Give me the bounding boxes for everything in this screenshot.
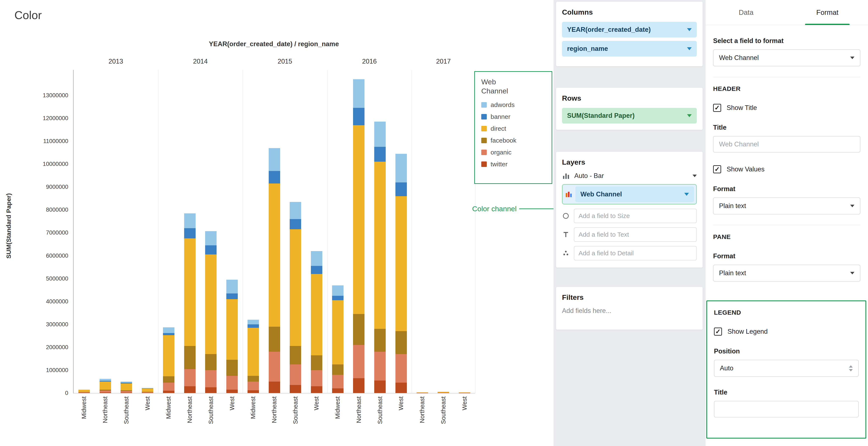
- bar-segment-twitter[interactable]: [184, 386, 195, 393]
- bar[interactable]: [353, 79, 365, 393]
- bar-segment-direct[interactable]: [311, 274, 322, 355]
- bar-segment-organic[interactable]: [269, 352, 280, 382]
- tab-data[interactable]: Data: [706, 0, 787, 25]
- legend-item-organic[interactable]: organic: [481, 149, 545, 156]
- bar-segment-twitter[interactable]: [100, 392, 111, 393]
- layer-type-row[interactable]: Auto - Bar: [562, 172, 697, 180]
- show-values-checkbox-row[interactable]: Show Values: [713, 165, 860, 173]
- header-title-input[interactable]: [713, 136, 860, 153]
- bar-segment-adwords[interactable]: [226, 280, 238, 293]
- bar-segment-banner[interactable]: [226, 293, 238, 299]
- bar-segment-banner[interactable]: [184, 228, 195, 238]
- bar-segment-twitter[interactable]: [353, 378, 365, 393]
- bar-segment-direct[interactable]: [226, 299, 238, 360]
- bar-segment-adwords[interactable]: [248, 320, 259, 324]
- bar-segment-twitter[interactable]: [290, 385, 301, 393]
- bar-segment-banner[interactable]: [374, 147, 386, 162]
- bar-segment-organic[interactable]: [396, 354, 407, 383]
- bar-segment-direct[interactable]: [396, 196, 407, 331]
- bar-segment-facebook[interactable]: [269, 327, 280, 352]
- bar-segment-banner[interactable]: [332, 296, 343, 300]
- bar-segment-adwords[interactable]: [269, 148, 280, 171]
- bar-segment-direct[interactable]: [248, 328, 259, 376]
- bar-segment-adwords[interactable]: [184, 213, 195, 228]
- bar-segment-organic[interactable]: [184, 369, 195, 386]
- bar-segment-facebook[interactable]: [396, 331, 407, 354]
- bar-segment-adwords[interactable]: [100, 379, 111, 381]
- bar-segment-direct[interactable]: [374, 162, 386, 329]
- chevron-down-icon[interactable]: [692, 174, 697, 177]
- legend-item-twitter[interactable]: twitter: [481, 161, 545, 168]
- bar[interactable]: [332, 285, 343, 393]
- legend-item-facebook[interactable]: facebook: [481, 137, 545, 144]
- bar-segment-banner[interactable]: [353, 108, 365, 125]
- bar-segment-direct[interactable]: [121, 383, 132, 390]
- show-legend-checkbox[interactable]: [714, 327, 722, 336]
- bar-segment-facebook[interactable]: [205, 354, 217, 370]
- bar[interactable]: [416, 392, 428, 393]
- bar[interactable]: [311, 251, 322, 393]
- bar-segment-adwords[interactable]: [311, 251, 322, 266]
- bar[interactable]: [374, 122, 386, 393]
- bar[interactable]: [100, 379, 111, 393]
- bar-segment-direct[interactable]: [290, 229, 301, 346]
- bar[interactable]: [79, 390, 90, 393]
- detail-field-slot[interactable]: Add a field to Detail: [574, 246, 697, 260]
- bar-segment-facebook[interactable]: [332, 364, 343, 375]
- bar-segment-banner[interactable]: [163, 333, 175, 335]
- filters-drop-zone[interactable]: Add fields here...: [562, 307, 697, 315]
- bar-segment-direct[interactable]: [269, 184, 280, 326]
- bar[interactable]: [226, 280, 238, 393]
- bar-segment-banner[interactable]: [311, 266, 322, 274]
- bar[interactable]: [438, 392, 449, 393]
- bar-segment-organic[interactable]: [290, 364, 301, 385]
- bar[interactable]: [184, 213, 195, 393]
- bar-segment-direct[interactable]: [205, 254, 217, 354]
- text-field-slot[interactable]: Add a field to Text: [574, 227, 697, 242]
- bar-segment-twitter[interactable]: [163, 391, 175, 393]
- columns-pill-year-order-created-date[interactable]: YEAR(order_created_date): [562, 22, 697, 37]
- bar-segment-twitter[interactable]: [248, 390, 259, 393]
- bar-segment-twitter[interactable]: [226, 390, 238, 393]
- show-values-checkbox[interactable]: [713, 165, 721, 173]
- bar[interactable]: [396, 154, 407, 393]
- legend-position-dropdown[interactable]: Auto: [714, 360, 859, 377]
- color-field-pill[interactable]: Web Channel: [575, 187, 694, 202]
- bar-segment-organic[interactable]: [374, 352, 386, 380]
- field-select-dropdown[interactable]: Web Channel: [713, 50, 860, 66]
- size-field-slot[interactable]: Add a field to Size: [574, 209, 697, 223]
- bar-segment-twitter[interactable]: [205, 387, 217, 393]
- bar-segment-facebook[interactable]: [163, 376, 175, 383]
- legend-item-adwords[interactable]: adwords: [481, 101, 545, 108]
- bar-segment-banner[interactable]: [269, 171, 280, 184]
- bar-segment-organic[interactable]: [353, 345, 365, 378]
- bar-segment-banner[interactable]: [290, 219, 301, 229]
- show-title-checkbox-row[interactable]: Show Title: [713, 104, 860, 112]
- bar-segment-organic[interactable]: [100, 391, 111, 392]
- bar[interactable]: [205, 231, 217, 393]
- bar-segment-twitter[interactable]: [374, 381, 386, 393]
- bar[interactable]: [121, 382, 132, 393]
- legend-item-banner[interactable]: banner: [481, 113, 545, 120]
- bar-segment-banner[interactable]: [396, 183, 407, 196]
- show-legend-checkbox-row[interactable]: Show Legend: [714, 327, 859, 336]
- bar-segment-adwords[interactable]: [332, 285, 343, 296]
- bar[interactable]: [459, 392, 470, 393]
- bar-segment-facebook[interactable]: [184, 346, 195, 369]
- bar-segment-direct[interactable]: [353, 125, 365, 314]
- bar-segment-adwords[interactable]: [163, 327, 175, 333]
- bar-segment-adwords[interactable]: [396, 154, 407, 183]
- bar[interactable]: [142, 388, 153, 393]
- bar-segment-organic[interactable]: [311, 370, 322, 386]
- bar[interactable]: [269, 148, 280, 393]
- bar-segment-twitter[interactable]: [121, 392, 132, 393]
- bar-segment-twitter[interactable]: [396, 383, 407, 393]
- legend-title-input[interactable]: [714, 401, 859, 417]
- bar-segment-organic[interactable]: [248, 382, 259, 390]
- bar-segment-facebook[interactable]: [311, 355, 322, 370]
- legend-item-direct[interactable]: direct: [481, 125, 545, 132]
- bar-segment-twitter[interactable]: [269, 382, 280, 393]
- bar-segment-direct[interactable]: [142, 389, 153, 391]
- bar-segment-banner[interactable]: [205, 245, 217, 254]
- bar-segment-adwords[interactable]: [353, 79, 365, 108]
